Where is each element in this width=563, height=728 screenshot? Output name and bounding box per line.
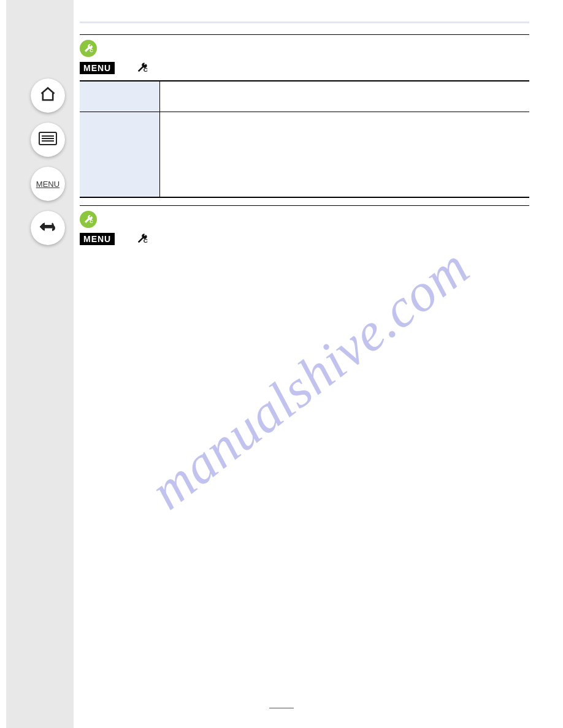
sidebar-buttons: MENU bbox=[31, 78, 65, 245]
fc-icon: C bbox=[136, 63, 149, 74]
table-val bbox=[159, 81, 529, 112]
menu-path-row-1: MENU C bbox=[80, 58, 529, 80]
watermark: manualshive.com bbox=[139, 236, 480, 521]
back-icon bbox=[39, 219, 57, 237]
svg-text:C: C bbox=[144, 237, 148, 244]
section-header-1: C bbox=[80, 35, 529, 58]
svg-text:C: C bbox=[90, 219, 93, 224]
home-button[interactable] bbox=[31, 78, 65, 113]
table-key bbox=[80, 112, 159, 197]
table-key bbox=[80, 81, 159, 112]
svg-text:C: C bbox=[144, 66, 148, 73]
section-header-2: C bbox=[80, 206, 529, 229]
menu-path-row-2: MENU C bbox=[80, 229, 529, 251]
menu-text: MENU bbox=[36, 180, 59, 189]
menu-label: MENU bbox=[80, 233, 115, 245]
svg-text:C: C bbox=[90, 48, 93, 53]
list-button[interactable] bbox=[31, 123, 65, 157]
tool-badge-icon: C bbox=[80, 211, 97, 228]
menu-button[interactable]: MENU bbox=[31, 167, 65, 201]
home-icon bbox=[39, 86, 56, 105]
page-content: C MENU C C MENU C bbox=[80, 0, 529, 251]
tool-badge-icon: C bbox=[80, 40, 97, 57]
settings-table bbox=[80, 80, 529, 198]
fc-icon: C bbox=[136, 233, 149, 245]
page-footer-rule bbox=[269, 708, 294, 708]
back-button[interactable] bbox=[31, 211, 65, 245]
list-icon bbox=[39, 132, 57, 148]
table-val bbox=[159, 112, 529, 197]
menu-label: MENU bbox=[80, 62, 115, 74]
